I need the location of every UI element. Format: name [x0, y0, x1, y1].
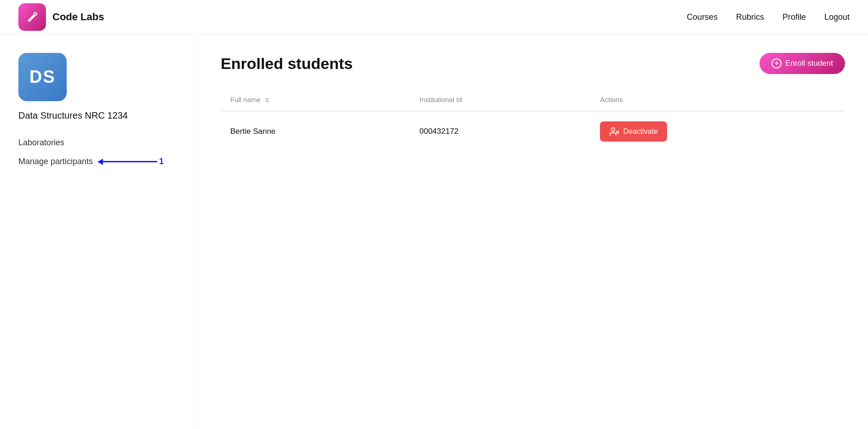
course-initials: DS: [29, 67, 56, 87]
navbar-links: Courses Rubrics Profile Logout: [687, 12, 850, 22]
course-name: Data Structures NRC 1234: [18, 109, 183, 121]
nav-profile[interactable]: Profile: [782, 12, 806, 22]
table-body: Bertie Sanne 000432172 Deactivate: [221, 111, 845, 152]
sidebar-nav: Laboratories Manage participants 1: [18, 135, 183, 169]
page-title: Enrolled students: [221, 55, 353, 73]
brand-logo: [18, 3, 46, 31]
col-actions: Actions: [591, 88, 845, 111]
sort-icon[interactable]: ⇅: [265, 97, 269, 103]
course-avatar: DS: [18, 53, 67, 101]
deactivate-button[interactable]: Deactivate: [600, 121, 667, 142]
table-row: Bertie Sanne 000432172 Deactivate: [221, 111, 845, 152]
sidebar-item-laboratories[interactable]: Laboratories: [18, 135, 183, 150]
student-actions: Deactivate: [591, 111, 845, 152]
student-institutional-id: 000432172: [410, 111, 591, 152]
brand-name: Code Labs: [52, 11, 104, 23]
col-full-name: Full name ⇅: [221, 88, 411, 111]
deactivate-label: Deactivate: [623, 127, 658, 136]
user-x-icon: [609, 126, 619, 137]
sidebar: DS Data Structures NRC 1234 Laboratories…: [0, 34, 198, 429]
enroll-button-label: Enroll student: [785, 59, 833, 68]
svg-point-2: [34, 13, 36, 15]
table-header-row: Full name ⇅ Institutional Id Actions: [221, 88, 845, 111]
enroll-student-button[interactable]: + Enroll student: [760, 53, 845, 74]
table-header: Full name ⇅ Institutional Id Actions: [221, 88, 845, 111]
main-content: Enrolled students + Enroll student Full …: [198, 34, 868, 429]
logo-icon: [24, 9, 40, 25]
plus-circle-icon: +: [771, 58, 782, 69]
col-institutional-id: Institutional Id: [410, 88, 591, 111]
col-full-name-label: Full name: [230, 96, 261, 103]
svg-point-3: [611, 128, 615, 131]
sidebar-item-manage-participants[interactable]: Manage participants: [18, 154, 93, 169]
brand: Code Labs: [18, 3, 104, 31]
annotation-number: 1: [159, 157, 164, 166]
main-header: Enrolled students + Enroll student: [221, 53, 845, 74]
nav-rubrics[interactable]: Rubrics: [736, 12, 764, 22]
annotation-arrow: 1: [102, 157, 164, 166]
arrow-line: [102, 161, 157, 162]
nav-courses[interactable]: Courses: [687, 12, 718, 22]
students-table: Full name ⇅ Institutional Id Actions Ber…: [221, 88, 845, 152]
student-full-name: Bertie Sanne: [221, 111, 411, 152]
manage-row: Manage participants 1: [18, 154, 183, 169]
page-layout: DS Data Structures NRC 1234 Laboratories…: [0, 34, 868, 429]
nav-logout[interactable]: Logout: [824, 12, 850, 22]
navbar: Code Labs Courses Rubrics Profile Logout: [0, 0, 868, 34]
